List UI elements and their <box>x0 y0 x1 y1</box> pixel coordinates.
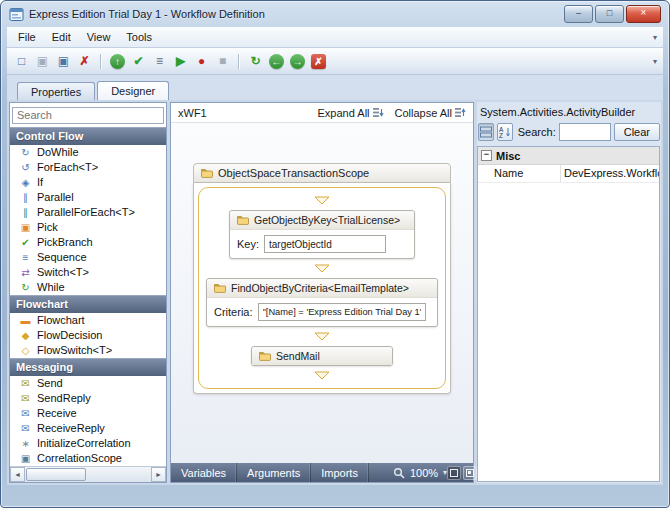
save-button[interactable]: ▣ <box>33 52 52 71</box>
run-button[interactable]: ▶ <box>171 52 190 71</box>
workflow-breadcrumb[interactable]: xWF1 <box>178 107 207 119</box>
toolbox-item-pickbranch[interactable]: ✔PickBranch <box>10 235 166 250</box>
client-area: File Edit View Tools ▾ □ ▣ ▣ ✗ ↑ ✔ ≡ ▶ ●… <box>7 27 663 485</box>
abort-button[interactable]: ✗ <box>309 52 328 71</box>
category-label: Misc <box>496 150 520 162</box>
alphabetical-sort-button[interactable]: AZ <box>497 123 513 141</box>
toolbar-separator <box>238 54 240 69</box>
categorized-view-button[interactable] <box>478 123 494 141</box>
receive-icon: ✉ <box>19 408 32 419</box>
toolbox-item-dowhile[interactable]: ↻DoWhile <box>10 145 166 160</box>
menu-file[interactable]: File <box>10 29 44 45</box>
transaction-scope-activity[interactable]: ObjectSpaceTransactionScope GetObjectByK… <box>193 163 451 394</box>
tab-designer[interactable]: Designer <box>97 81 169 102</box>
collapse-all-button[interactable]: Collapse All <box>395 107 466 119</box>
toolbar-overflow-icon[interactable]: ▾ <box>647 57 663 66</box>
criteria-label: Criteria: <box>214 306 253 318</box>
minimize-button[interactable]: – <box>564 5 593 23</box>
toolbox-item-correlationscope[interactable]: ▣CorrelationScope <box>10 451 166 466</box>
toolbox-item-flowdecision[interactable]: ◆FlowDecision <box>10 328 166 343</box>
toolbox-item-receivereply[interactable]: ✉ReceiveReply <box>10 421 166 436</box>
toolbox-item-label: ForEach<T> <box>37 161 98 173</box>
new-document-button[interactable]: □ <box>12 52 31 71</box>
key-input[interactable] <box>264 235 386 253</box>
sendmail-activity[interactable]: SendMail <box>251 346 393 366</box>
toolbox-item-sequence[interactable]: ≡Sequence <box>10 250 166 265</box>
arguments-button[interactable]: Arguments <box>237 463 311 482</box>
criteria-input[interactable] <box>258 303 426 321</box>
property-name-cell[interactable]: Name <box>478 165 561 182</box>
findobjectbycriteria-activity[interactable]: FindObjectByCriteria<EmailTemplate> Crit… <box>206 278 438 327</box>
toolbox-item-sendreply[interactable]: ✉SendReply <box>10 391 166 406</box>
folder-icon <box>259 351 271 361</box>
overview-button[interactable] <box>463 466 477 480</box>
toolbox-item-switch[interactable]: ⇄Switch<T> <box>10 265 166 280</box>
toolbox-list: Control Flow ↻DoWhile ↺ForEach<T> ◈If ∥P… <box>10 127 166 467</box>
tab-properties[interactable]: Properties <box>17 82 95 101</box>
property-value-cell[interactable]: DevExpress.Workflow <box>561 165 659 182</box>
flowchart-icon: ▬ <box>19 315 32 326</box>
toolbox-item-label: While <box>37 281 65 293</box>
overview-icon <box>466 469 474 477</box>
sendmail-header[interactable]: SendMail <box>252 347 392 365</box>
scrollbar-thumb[interactable] <box>26 468 86 481</box>
getobjectbykey-title: GetObjectByKey<TrialLicense> <box>254 214 400 226</box>
initializecorrelation-icon: ∗ <box>19 438 32 449</box>
expand-all-button[interactable]: Expand All <box>318 107 384 119</box>
category-row-misc[interactable]: − Misc <box>478 147 659 165</box>
designer-canvas[interactable]: ObjectSpaceTransactionScope GetObjectByK… <box>171 123 473 463</box>
getobjectbykey-header[interactable]: GetObjectByKey<TrialLicense> <box>230 211 414 229</box>
menu-view[interactable]: View <box>79 29 119 45</box>
toolbox-item-foreach[interactable]: ↺ForEach<T> <box>10 160 166 175</box>
scrollbar-track[interactable] <box>25 467 151 482</box>
back-button[interactable]: ← <box>267 52 286 71</box>
toolbox-item-if[interactable]: ◈If <box>10 175 166 190</box>
properties-search-input[interactable] <box>559 123 611 141</box>
toolbox-item-initializecorrelation[interactable]: ∗InitializeCorrelation <box>10 436 166 451</box>
toolbox-item-flowswitch[interactable]: ◇FlowSwitch<T> <box>10 343 166 358</box>
drop-triangle-icon <box>314 332 330 341</box>
property-row-name[interactable]: Name DevExpress.Workflow <box>478 165 659 183</box>
menu-edit[interactable]: Edit <box>44 29 79 45</box>
clear-button[interactable]: Clear <box>614 123 660 141</box>
scroll-left-button[interactable]: ◄ <box>10 467 25 482</box>
toolbox-item-parallelforeach[interactable]: ∥ParallelForEach<T> <box>10 205 166 220</box>
toolbox-item-receive[interactable]: ✉Receive <box>10 406 166 421</box>
delete-button[interactable]: ✗ <box>75 52 94 71</box>
toolbox-item-label: CorrelationScope <box>37 452 122 464</box>
zoom-control[interactable]: 100% ▾ <box>393 467 447 479</box>
record-button[interactable]: ● <box>192 52 211 71</box>
scroll-right-button[interactable]: ► <box>151 467 166 482</box>
fit-to-screen-button[interactable] <box>447 466 461 480</box>
toolbox-category-control-flow[interactable]: Control Flow <box>10 127 166 145</box>
refresh-button[interactable]: ↻ <box>246 52 265 71</box>
imports-button[interactable]: Imports <box>311 463 369 482</box>
toolbox-search-input[interactable] <box>12 107 164 124</box>
properties-grid: − Misc Name DevExpress.Workflow <box>477 146 660 482</box>
menubar-overflow-icon[interactable]: ▾ <box>647 33 663 42</box>
findobjectbycriteria-header[interactable]: FindObjectByCriteria<EmailTemplate> <box>207 279 437 297</box>
toolbox-item-while[interactable]: ↻While <box>10 280 166 295</box>
save-as-button[interactable]: ▣ <box>54 52 73 71</box>
sequence-container[interactable]: GetObjectByKey<TrialLicense> Key: <box>198 187 446 389</box>
toolbox-search-row <box>10 103 166 127</box>
toolbox-item-send[interactable]: ✉Send <box>10 376 166 391</box>
toolbox-category-messaging[interactable]: Messaging <box>10 358 166 376</box>
folder-icon <box>237 215 249 225</box>
upload-button[interactable]: ↑ <box>108 52 127 71</box>
stop-button[interactable]: ■ <box>213 52 232 71</box>
getobjectbykey-activity[interactable]: GetObjectByKey<TrialLicense> Key: <box>229 210 415 259</box>
close-button[interactable]: × <box>626 5 661 23</box>
maximize-button[interactable]: □ <box>595 5 624 23</box>
report-button[interactable]: ≡ <box>150 52 169 71</box>
validate-button[interactable]: ✔ <box>129 52 148 71</box>
toolbox-item-parallel[interactable]: ∥Parallel <box>10 190 166 205</box>
forward-button[interactable]: → <box>288 52 307 71</box>
collapse-icon[interactable]: − <box>481 150 492 161</box>
toolbox-item-pick[interactable]: ▣Pick <box>10 220 166 235</box>
variables-button[interactable]: Variables <box>171 463 237 482</box>
toolbox-category-flowchart[interactable]: Flowchart <box>10 295 166 313</box>
menu-tools[interactable]: Tools <box>118 29 160 45</box>
transaction-scope-header[interactable]: ObjectSpaceTransactionScope <box>193 163 451 183</box>
toolbox-item-flowchart[interactable]: ▬Flowchart <box>10 313 166 328</box>
